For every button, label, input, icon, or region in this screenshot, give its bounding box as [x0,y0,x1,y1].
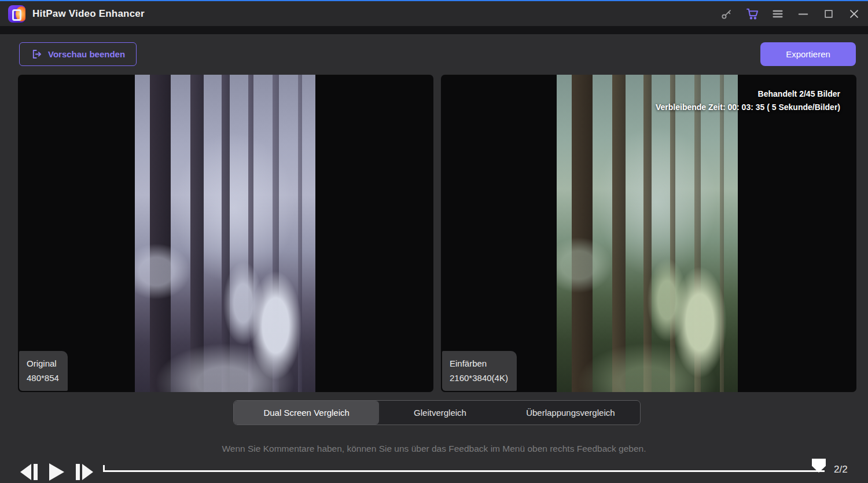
window-accent-line [0,0,868,1]
export-label: Exportieren [786,49,830,59]
enhanced-label-resolution: 2160*3840(4K) [450,371,508,385]
tab-ueberlappungsvergleich[interactable]: Überlappungsvergleich [501,401,640,425]
enhanced-label-title: Einfärben [450,356,508,371]
step-forward-bar [76,464,80,480]
original-label: Original 480*854 [19,351,68,391]
step-forward-icon[interactable] [76,464,93,480]
enhanced-preview-panel: Behandelt 2/45 Bilder Verbleibende Zeit:… [441,75,856,392]
play-triangle [49,463,64,481]
step-forward-triangle [82,464,93,480]
original-preview-panel: Original 480*854 [18,75,433,392]
titlebar-actions [713,2,868,25]
frame-counter: 2/2 [834,464,848,475]
remaining-time-text: Verbleibende Zeit: 00: 03: 35 ( 5 Sekund… [656,101,840,114]
tab-dual-screen-vergleich[interactable]: Dual Screen Vergleich [234,401,379,425]
exit-preview-icon [31,48,43,60]
enhanced-video-frame [557,75,738,392]
original-label-resolution: 480*854 [27,371,59,385]
original-video-frame [135,75,315,392]
slider-start-tick [103,465,105,472]
cart-icon[interactable] [741,2,764,25]
titlebar: HitPaw Video Enhancer [0,1,868,26]
slider-handle[interactable] [812,459,826,473]
exit-preview-button[interactable]: Vorschau beenden [19,42,137,66]
play-icon[interactable] [49,463,64,481]
maximize-icon[interactable] [817,2,840,25]
step-back-icon[interactable] [20,464,38,480]
processing-status: Behandelt 2/45 Bilder Verbleibende Zeit:… [656,87,840,114]
titlebar-shadow [0,26,868,34]
app-logo-icon [8,5,25,23]
logo-frame-shape [12,9,21,21]
key-icon[interactable] [715,2,738,25]
original-label-title: Original [27,356,59,371]
progress-slider[interactable] [103,470,825,472]
step-back-bar [34,464,38,480]
exit-preview-label: Vorschau beenden [48,49,125,59]
app-title: HitPaw Video Enhancer [32,8,145,20]
processed-frames-text: Behandelt 2/45 Bilder [656,87,840,101]
app-window: HitPaw Video Enhancer [0,0,868,483]
compare-mode-tabs: Dual Screen Vergleich Gleitvergleich Übe… [233,400,641,425]
close-icon[interactable] [843,2,866,25]
menu-icon[interactable] [766,2,789,25]
minimize-icon[interactable] [792,2,815,25]
player-controls [20,463,93,481]
tab-gleitvergleich[interactable]: Gleitvergleich [379,401,501,425]
step-back-triangle [20,464,31,480]
export-button[interactable]: Exportieren [760,42,856,66]
enhanced-label: Einfärben 2160*3840(4K) [442,351,517,391]
feedback-note: Wenn Sie Kommentare haben, können Sie un… [0,444,868,454]
